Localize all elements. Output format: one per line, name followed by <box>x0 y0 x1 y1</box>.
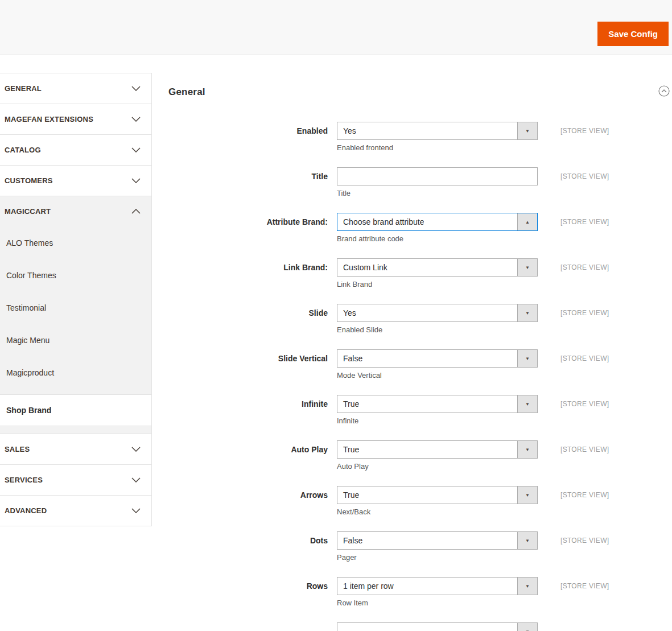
dropdown-down-triangle-icon: ▼ <box>517 122 537 139</box>
select-auto-play[interactable]: True▼ <box>337 440 538 459</box>
select-next[interactable]: ▼ <box>337 622 538 631</box>
sidebar-item-label: Testimonial <box>6 303 46 312</box>
chevron-down-icon <box>131 447 141 452</box>
save-config-button[interactable]: Save Config <box>597 22 669 46</box>
section-header: General <box>168 85 672 98</box>
field-row-rows: Rows1 item per row▼Row Item[STORE VIEW] <box>168 577 672 607</box>
sidebar-section-label: MAGICCART <box>5 207 51 216</box>
field-hint-title: Title <box>337 189 538 197</box>
sidebar-section-general[interactable]: GENERAL <box>0 73 151 104</box>
field-row-infinite: InfiniteTrue▼Infinite[STORE VIEW] <box>168 395 672 425</box>
dropdown-down-triangle-icon: ▼ <box>517 395 537 413</box>
input-title[interactable] <box>337 167 538 185</box>
sidebar-section-services[interactable]: SERVICES <box>0 464 151 495</box>
field-row-next: ▼ <box>168 622 672 631</box>
scope-store-view: [STORE VIEW] <box>560 486 609 516</box>
scope-store-view: [STORE VIEW] <box>560 531 609 562</box>
field-hint-link-brand: Link Brand <box>337 280 538 288</box>
field-control: Title <box>337 167 538 197</box>
dropdown-down-triangle-icon: ▼ <box>517 259 537 276</box>
field-row-enabled: EnabledYes▼Enabled frontend[STORE VIEW] <box>168 122 672 152</box>
dropdown-down-triangle-icon: ▼ <box>517 350 537 367</box>
dropdown-down-triangle-icon: ▼ <box>517 441 537 458</box>
field-hint-rows: Row Item <box>337 599 538 607</box>
field-label-enabled: Enabled <box>168 122 328 152</box>
field-control: Yes▼Enabled Slide <box>337 304 538 334</box>
dropdown-down-triangle-icon: ▼ <box>517 486 537 504</box>
sidebar-section-label: ADVANCED <box>5 506 47 515</box>
sidebar-section-advanced[interactable]: ADVANCED <box>0 495 151 526</box>
field-label-arrows: Arrows <box>168 486 328 516</box>
sidebar-section-label: GENERAL <box>5 84 42 93</box>
select-slide-vertical[interactable]: False▼ <box>337 349 538 368</box>
field-row-arrows: ArrowsTrue▼Next/Back[STORE VIEW] <box>168 486 672 516</box>
sidebar-item-label: Magic Menu <box>6 336 50 345</box>
sidebar-section-label: CUSTOMERS <box>5 176 53 185</box>
sidebar-item-label: Color Themes <box>6 271 56 280</box>
sidebar-section-sales[interactable]: SALES <box>0 434 151 464</box>
select-value: Custom Link <box>337 259 387 276</box>
collapse-section-button[interactable] <box>658 85 670 98</box>
sidebar-item-color-themes[interactable]: Color Themes <box>0 259 151 291</box>
field-label-dots: Dots <box>168 531 328 562</box>
field-label-attribute-brand: Attribute Brand: <box>168 213 328 243</box>
field-label-auto-play: Auto Play <box>168 440 328 471</box>
sidebar-item-label: Magicproduct <box>6 368 54 377</box>
sidebar-panel-magiccart: ALO ThemesColor ThemesTestimonialMagic M… <box>0 226 151 434</box>
field-control: True▼Auto Play <box>337 440 538 471</box>
sidebar-section-label: MAGEFAN EXTENSIONS <box>5 115 93 123</box>
sidebar-section-label: SERVICES <box>5 476 43 484</box>
field-label-infinite: Infinite <box>168 395 328 425</box>
select-value: True <box>337 486 359 504</box>
select-slide[interactable]: Yes▼ <box>337 304 538 322</box>
sidebar-item-testimonial[interactable]: Testimonial <box>0 291 151 324</box>
select-value: Yes <box>337 304 356 321</box>
select-value: Choose brand attribute <box>337 213 424 230</box>
config-page: Save Config GENERALMAGEFAN EXTENSIONSCAT… <box>0 0 672 631</box>
sidebar-section-catalog[interactable]: CATALOG <box>0 134 151 165</box>
chevron-up-circle-icon <box>658 85 670 98</box>
sidebar-item-shop-brand[interactable]: Shop Brand <box>0 394 151 426</box>
scope-store-view: [STORE VIEW] <box>560 213 609 243</box>
field-label-slide-vertical: Slide Vertical <box>168 349 328 380</box>
sidebar-section-magefan-extensions[interactable]: MAGEFAN EXTENSIONS <box>0 104 151 134</box>
scope-store-view: [STORE VIEW] <box>560 577 609 607</box>
select-infinite[interactable]: True▼ <box>337 395 538 413</box>
sidebar-section-label: SALES <box>5 445 30 453</box>
select-link-brand[interactable]: Custom Link▼ <box>337 258 538 277</box>
select-arrows[interactable]: True▼ <box>337 486 538 504</box>
select-value: 1 item per row <box>337 578 394 595</box>
page-header: Save Config <box>0 0 672 55</box>
field-label-next <box>168 622 328 631</box>
dropdown-down-triangle-icon: ▼ <box>517 623 537 631</box>
scope-store-view: [STORE VIEW] <box>560 167 609 197</box>
select-dots[interactable]: False▼ <box>337 531 538 550</box>
sidebar-section-customers[interactable]: CUSTOMERS <box>0 165 151 196</box>
chevron-down-icon <box>131 178 141 183</box>
content-area: GENERALMAGEFAN EXTENSIONSCATALOGCUSTOMER… <box>0 55 672 631</box>
config-sidebar: GENERALMAGEFAN EXTENSIONSCATALOGCUSTOMER… <box>0 73 152 526</box>
sidebar-item-alo-themes[interactable]: ALO Themes <box>0 226 151 259</box>
scope-store-view: [STORE VIEW] <box>560 258 609 288</box>
select-rows[interactable]: 1 item per row▼ <box>337 577 538 595</box>
field-control: ▼ <box>337 622 538 631</box>
sidebar-section-magiccart[interactable]: MAGICCART <box>0 196 151 226</box>
select-value: False <box>337 532 362 549</box>
sidebar-item-magicproduct[interactable]: Magicproduct <box>0 356 151 389</box>
chevron-down-icon <box>131 147 141 152</box>
select-attribute-brand[interactable]: Choose brand attribute▲ <box>337 213 538 231</box>
sidebar-item-magic-menu[interactable]: Magic Menu <box>0 324 151 356</box>
field-hint-dots: Pager <box>337 553 538 562</box>
field-label-title: Title <box>168 167 328 197</box>
select-value: Yes <box>337 122 356 139</box>
field-label-link-brand: Link Brand: <box>168 258 328 288</box>
field-hint-arrows: Next/Back <box>337 508 538 516</box>
dropdown-down-triangle-icon: ▼ <box>517 304 537 321</box>
config-main: General EnabledYes▼Enabled frontend[STOR… <box>152 73 672 631</box>
field-row-dots: DotsFalse▼Pager[STORE VIEW] <box>168 531 672 562</box>
field-hint-slide: Enabled Slide <box>337 325 538 334</box>
select-value: True <box>337 441 359 458</box>
scope-store-view: [STORE VIEW] <box>560 122 609 152</box>
field-row-attribute-brand: Attribute Brand:Choose brand attribute▲B… <box>168 213 672 243</box>
select-enabled[interactable]: Yes▼ <box>337 122 538 140</box>
